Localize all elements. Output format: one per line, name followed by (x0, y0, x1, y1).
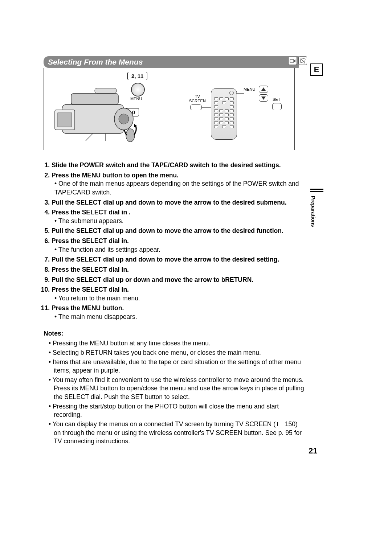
side-tab-label: Preparations (310, 196, 316, 227)
camera-mode-icon (288, 56, 297, 65)
step-sub: One of the main menus appears depending … (54, 180, 305, 197)
step-item: Press the MENU button.The main menu disa… (52, 304, 305, 321)
svg-line-3 (301, 59, 304, 62)
note-item: Selecting b RETURN takes you back one me… (44, 349, 305, 357)
steps-list: Slide the POWER switch and the TAPE/CARD… (44, 161, 305, 321)
section-title: Selecting From the Menus (44, 56, 299, 68)
step-sub: The submenu appears. (54, 217, 305, 226)
step-item: Press the SELECT dial in. (52, 266, 305, 274)
note-item: Items that are unavailable, due to the t… (44, 358, 305, 375)
svg-marker-19 (261, 96, 266, 100)
step-item: Press the SELECT dial in.The function an… (52, 237, 305, 254)
notes-heading: Notes: (44, 329, 305, 338)
svg-line-14 (86, 134, 93, 141)
notes-list: Pressing the MENU button at any time clo… (44, 339, 305, 446)
camcorder-icon (51, 83, 149, 143)
step-item: Press the SELECT dial in.You return to t… (52, 286, 305, 303)
page-number: 21 (309, 446, 317, 456)
step-sub: The main menu disappears. (54, 313, 305, 321)
callout-menu-button: 2, 11 (127, 72, 147, 80)
remote-up-button-icon (259, 86, 268, 93)
step-item: Press the MENU button to open the menu.O… (52, 171, 305, 197)
note-item: You may often find it convenient to use … (44, 376, 305, 402)
step-item: Pull the SELECT dial up and down to move… (52, 198, 305, 207)
note-item: You can display the menus on a connected… (44, 420, 305, 446)
step-sub: The function and its settings appear. (54, 246, 305, 254)
step-item: Slide the POWER switch and the TAPE/CARD… (52, 161, 305, 170)
step-item: Pull the SELECT dial up or down and move… (52, 276, 305, 284)
language-badge: E (310, 63, 323, 76)
step-item: Press the SELECT dial in .The submenu ap… (52, 208, 305, 225)
svg-rect-0 (290, 59, 294, 62)
label-tv-screen: TV SCREEN (189, 94, 206, 103)
svg-marker-18 (261, 87, 266, 91)
step-item: Pull the SELECT dial up and down to move… (52, 255, 305, 264)
svg-rect-10 (71, 94, 118, 104)
note-item: Pressing the MENU button at any time clo… (44, 339, 305, 348)
tv-screen-button-icon (190, 104, 202, 110)
card-mode-icon (298, 56, 307, 65)
svg-rect-13 (95, 88, 117, 93)
remote-down-button-icon (259, 94, 268, 102)
step-sub: You return to the main menu. (54, 294, 305, 303)
remote-set-button-icon (272, 103, 282, 110)
diagram-illustration: 2, 11 MENU 3-10 (44, 68, 295, 150)
label-set: SET (273, 97, 280, 102)
label-menu-remote: MENU (244, 87, 255, 91)
instruction-block: Slide the POWER switch and the TAPE/CARD… (44, 161, 305, 446)
side-tab-marks (310, 189, 323, 193)
remote-controller-icon (211, 88, 237, 140)
note-item: Pressing the start/stop button or the PH… (44, 402, 305, 419)
svg-rect-9 (58, 113, 72, 127)
svg-marker-1 (294, 59, 295, 62)
header-mode-icons (288, 56, 307, 65)
step-item: Pull the SELECT dial up and down to move… (52, 227, 305, 235)
page-content: Selecting From the Menus 2, 11 MENU 3-10 (44, 56, 305, 447)
svg-point-12 (119, 114, 129, 124)
page-ref-icon (277, 422, 283, 426)
